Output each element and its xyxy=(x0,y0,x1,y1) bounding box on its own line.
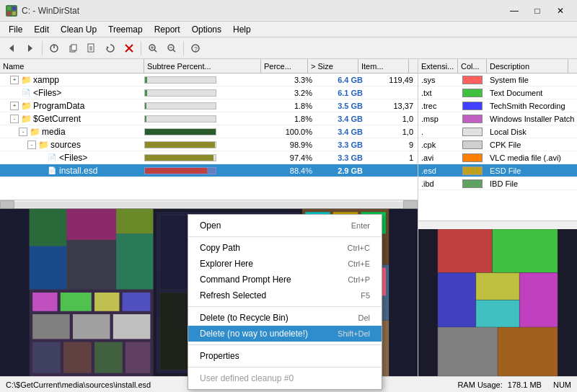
svg-rect-52 xyxy=(94,342,123,373)
progress-bar xyxy=(144,128,216,135)
progress-fill xyxy=(145,168,207,174)
ext-color-swatch xyxy=(462,115,483,123)
ext-col-header-desc[interactable]: Description xyxy=(487,59,568,73)
table-row[interactable]: 📄 <Files> 97.4% 3.3 GB 1 xyxy=(0,151,418,164)
app-icon xyxy=(6,5,17,17)
col-header-items[interactable]: Item... xyxy=(358,59,409,73)
progress-fill xyxy=(145,142,215,148)
status-right: RAM Usage: 178.1 MB NUM xyxy=(457,380,571,389)
expand-button[interactable]: + xyxy=(10,76,19,84)
col-header-size[interactable]: > Size xyxy=(308,59,358,73)
expand-button[interactable]: - xyxy=(27,141,36,149)
close-button[interactable]: ✕ xyxy=(550,4,571,18)
toolbar-btn-delete[interactable] xyxy=(120,40,138,57)
ext-color-cell xyxy=(458,115,487,123)
table-row[interactable]: + 📁 ProgramData 1.8% 3.5 GB 13,37 xyxy=(0,99,418,112)
ctx-user-cleanup[interactable]: User defined cleanup #0 xyxy=(188,370,382,386)
ctx-cmd-here-label: Command Prompt Here xyxy=(200,275,291,285)
ram-value: 178.1 MB xyxy=(508,380,542,389)
ctx-properties[interactable]: Properties xyxy=(188,348,382,364)
toolbar: ? xyxy=(0,37,577,59)
minimize-button[interactable]: — xyxy=(503,4,525,18)
expand-button[interactable]: + xyxy=(10,102,19,110)
ext-desc: Windows Installer Patch xyxy=(487,115,577,123)
size-cell: 6.4 GB xyxy=(317,76,367,84)
maximize-button[interactable]: □ xyxy=(527,4,548,18)
list-item[interactable]: .msp Windows Installer Patch xyxy=(418,112,577,125)
col-header-perc[interactable]: Perce... xyxy=(261,59,308,73)
ext-color-cell xyxy=(458,128,487,136)
file-name: install.esd xyxy=(59,166,97,176)
col-header-name[interactable]: Name xyxy=(0,59,144,73)
toolbar-btn-refresh[interactable] xyxy=(102,40,119,57)
ctx-explorer-here[interactable]: Explorer Here Ctrl+E xyxy=(188,256,382,272)
list-item[interactable]: .avi VLC media file (.avi) xyxy=(418,151,577,164)
scroll-track[interactable] xyxy=(14,202,403,208)
table-row[interactable]: - 📁 sources 98.9% 3.3 GB 9 xyxy=(0,138,418,151)
title-controls: — □ ✕ xyxy=(503,4,571,18)
table-row[interactable]: 📄 <Files> 3.2% 6.1 GB xyxy=(0,86,418,99)
ctx-cmd-here[interactable]: Command Prompt Here Ctrl+P xyxy=(188,272,382,288)
svg-rect-65 xyxy=(438,272,476,327)
file-icon: 📄 xyxy=(46,165,58,177)
list-item[interactable]: .ibd IBD File xyxy=(418,177,577,190)
table-row[interactable]: - 📁 media 100.0% 3.4 GB 1,0 xyxy=(0,125,418,138)
horizontal-scrollbar[interactable] xyxy=(0,200,418,208)
toolbar-btn-copy[interactable] xyxy=(64,40,82,57)
svg-rect-0 xyxy=(7,6,11,10)
list-item[interactable]: .esd ESD File xyxy=(418,164,577,177)
file-name: $GetCurrent xyxy=(33,114,81,124)
ctx-delete-permanent[interactable]: Delete (no way to undelete!) Shift+Del xyxy=(188,326,382,342)
table-row[interactable]: 📄 install.esd 88.4% 2.9 GB xyxy=(0,164,418,177)
ext-col-header-color[interactable]: Col... xyxy=(458,59,487,73)
table-row[interactable]: + 📁 xampp 3.3% 6.4 GB 119,49 xyxy=(0,74,418,86)
ctx-copy-path[interactable]: Copy Path Ctrl+C xyxy=(188,240,382,256)
list-item[interactable]: .txt Text Document xyxy=(418,86,577,99)
ext-treemap-svg xyxy=(418,229,577,376)
menu-help[interactable]: Help xyxy=(227,23,257,36)
list-item[interactable]: .cpk CPK File xyxy=(418,138,577,151)
file-name: media xyxy=(42,127,66,137)
menu-report[interactable]: Report xyxy=(149,23,186,36)
menu-edit[interactable]: Edit xyxy=(28,23,55,36)
progress-bar xyxy=(144,141,216,148)
ext-list-header: Extensi... Col... Description xyxy=(418,59,577,74)
menu-treemap[interactable]: Treemap xyxy=(102,23,149,36)
ext-name: .sys xyxy=(418,76,458,84)
toolbar-btn-scan[interactable] xyxy=(45,40,63,57)
ext-name: .trec xyxy=(418,102,458,110)
ctx-delete-recycle[interactable]: Delete (to Recycle Bin) Del xyxy=(188,310,382,326)
menu-cleanup[interactable]: Clean Up xyxy=(55,23,102,36)
scroll-right-btn[interactable] xyxy=(403,200,418,209)
toolbar-btn-help[interactable]: ? xyxy=(187,40,204,57)
ctx-open[interactable]: Open Enter xyxy=(188,218,382,233)
toolbar-btn-back[interactable] xyxy=(3,40,20,57)
ctx-refresh[interactable]: Refresh Selected F5 xyxy=(188,288,382,303)
ext-col-header-ext[interactable]: Extensi... xyxy=(418,59,458,73)
progress-fill xyxy=(145,90,147,96)
ctx-sep-1 xyxy=(188,236,382,237)
toolbar-btn-doc[interactable] xyxy=(83,40,100,57)
ext-color-cell xyxy=(458,76,487,84)
folder-icon: 📁 xyxy=(20,100,32,112)
file-name: <Files> xyxy=(59,153,87,163)
svg-rect-48 xyxy=(73,314,110,339)
ext-name: .msp xyxy=(418,115,458,123)
ctx-explorer-here-shortcut: Ctrl+E xyxy=(348,259,370,268)
toolbar-btn-zoom-out[interactable] xyxy=(163,40,180,57)
table-row[interactable]: - 📁 $GetCurrent 1.8% 3.4 GB 1,0 xyxy=(0,112,418,125)
expand-button[interactable]: - xyxy=(19,128,27,136)
menu-file[interactable]: File xyxy=(3,23,28,36)
scroll-left-btn[interactable] xyxy=(0,200,14,209)
list-item[interactable]: .trec TechSmith Recording xyxy=(418,99,577,112)
col-header-subtree[interactable]: Subtree Percent... xyxy=(144,59,261,73)
ctx-cmd-here-shortcut: Ctrl+P xyxy=(348,275,370,284)
menu-options[interactable]: Options xyxy=(186,23,227,36)
list-item[interactable]: .sys System file xyxy=(418,74,577,86)
list-item[interactable]: . Local Disk xyxy=(418,125,577,138)
toolbar-btn-zoom-in[interactable] xyxy=(144,40,162,57)
toolbar-btn-forward[interactable] xyxy=(22,40,39,57)
expand-button[interactable]: - xyxy=(10,115,19,123)
ext-horizontal-scrollbar[interactable] xyxy=(418,220,577,229)
svg-rect-50 xyxy=(32,342,61,373)
